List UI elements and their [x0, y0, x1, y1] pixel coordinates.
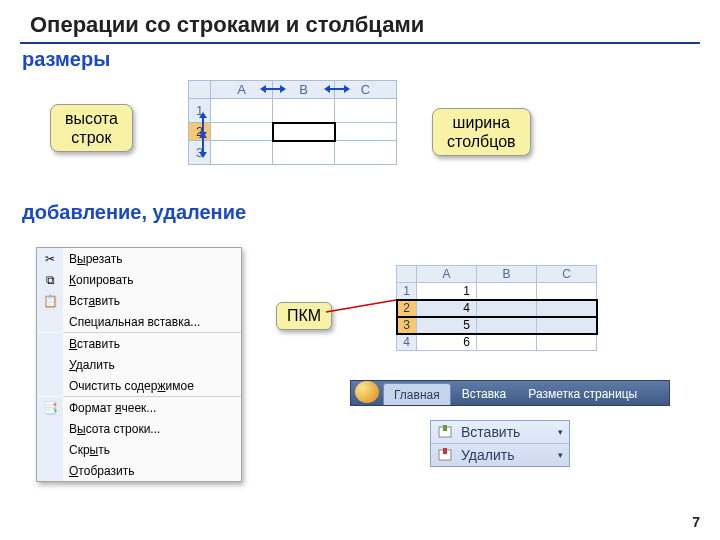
- section-sizes: размеры: [0, 48, 720, 71]
- connector-line: [326, 296, 400, 316]
- ctx-cut[interactable]: ✂ Вырезать: [37, 248, 241, 269]
- ctx-hide[interactable]: Скрыть: [37, 439, 241, 460]
- ctx-copy[interactable]: ⧉ Копировать: [37, 269, 241, 290]
- resize-arrow-r23: [196, 132, 210, 158]
- g2-col-a: A: [417, 266, 477, 283]
- tab-page-layout[interactable]: Разметка страницы: [517, 382, 648, 405]
- ctx-paste-special[interactable]: Специальная вставка...: [37, 311, 241, 332]
- svg-marker-2: [280, 85, 286, 93]
- callout-rmb: ПКМ: [276, 302, 332, 330]
- page-number: 7: [692, 514, 700, 530]
- selected-cell: [273, 123, 335, 141]
- slide-title: Операции со строками и столбцами: [0, 0, 720, 40]
- tab-home[interactable]: Главная: [383, 383, 451, 405]
- ctx-insert[interactable]: Вставить: [37, 333, 241, 354]
- svg-line-12: [326, 300, 396, 312]
- corner-cell: [189, 81, 211, 99]
- ctx-show[interactable]: Отобразить: [37, 460, 241, 481]
- ctx-clear[interactable]: Очистить содержимое: [37, 375, 241, 396]
- insert-cells-icon: [437, 425, 455, 439]
- svg-rect-14: [443, 425, 447, 431]
- spreadsheet-sizes: A B C 1 2 3: [188, 80, 397, 165]
- chevron-down-icon: ▾: [558, 427, 563, 437]
- svg-marker-4: [324, 85, 330, 93]
- callout-col-width: ширина столбцов: [432, 108, 531, 156]
- ctx-delete[interactable]: Удалить: [37, 354, 241, 375]
- format-icon: 📑: [37, 397, 63, 418]
- svg-marker-10: [199, 132, 207, 138]
- tab-insert[interactable]: Вставка: [451, 382, 518, 405]
- cells-group: Вставить ▾ Удалить ▾: [430, 420, 570, 467]
- ctx-format-cells[interactable]: 📑 Формат ячеек...: [37, 397, 241, 418]
- resize-arrow-bc: [324, 82, 350, 96]
- section-add-delete: добавление, удаление: [0, 201, 720, 224]
- resize-arrow-ab: [260, 82, 286, 96]
- svg-marker-5: [344, 85, 350, 93]
- callout-row-height: высота строк: [50, 104, 133, 152]
- ribbon-tabs: Главная Вставка Разметка страницы: [350, 380, 670, 406]
- spreadsheet-data: A B C 1 1 2 4 3 5 4 6: [396, 265, 597, 351]
- svg-marker-1: [260, 85, 266, 93]
- svg-marker-7: [199, 112, 207, 118]
- ctx-row-height[interactable]: Высота строки...: [37, 418, 241, 439]
- delete-button[interactable]: Удалить ▾: [431, 443, 569, 466]
- table-row: 1 1: [397, 283, 597, 300]
- svg-marker-11: [199, 152, 207, 158]
- cut-icon: ✂: [37, 248, 63, 269]
- g2-col-b: B: [477, 266, 537, 283]
- table-row: 4 6: [397, 334, 597, 351]
- insert-button[interactable]: Вставить ▾: [431, 421, 569, 443]
- office-button-icon[interactable]: [355, 381, 379, 403]
- paste-icon: 📋: [37, 290, 63, 311]
- table-row: 3 5: [397, 317, 597, 334]
- delete-cells-icon: [437, 448, 455, 462]
- title-rule: [20, 42, 700, 44]
- copy-icon: ⧉: [37, 269, 63, 290]
- context-menu: ✂ Вырезать ⧉ Копировать 📋 Вставить Специ…: [36, 247, 242, 482]
- ctx-paste[interactable]: 📋 Вставить: [37, 290, 241, 311]
- chevron-down-icon: ▾: [558, 450, 563, 460]
- table-row: 2 4: [397, 300, 597, 317]
- g2-col-c: C: [537, 266, 597, 283]
- svg-rect-16: [443, 448, 447, 454]
